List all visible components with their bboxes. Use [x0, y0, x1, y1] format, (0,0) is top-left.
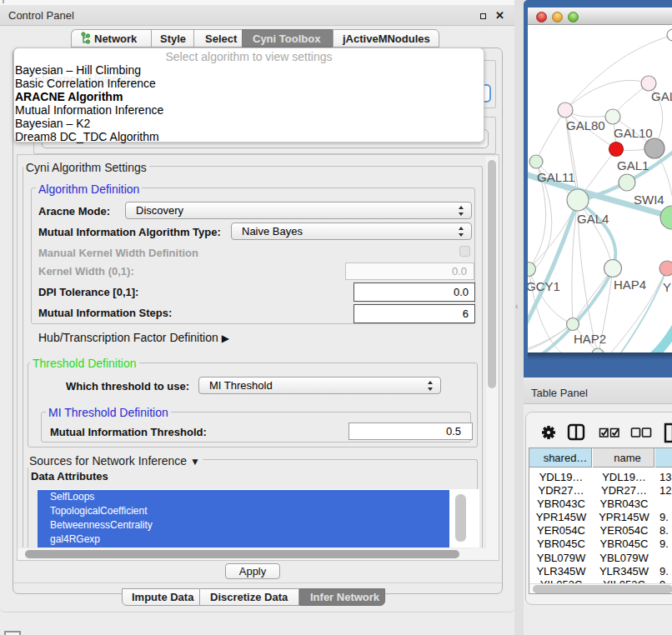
svg-text:GAL1: GAL1 [617, 158, 649, 172]
svg-text:GAL: GAL [651, 89, 672, 103]
svg-text:GCY1: GCY1 [528, 279, 560, 293]
svg-text:SWI4: SWI4 [634, 192, 664, 207]
svg-text:Y: Y [663, 280, 671, 294]
svg-text:GAL4: GAL4 [577, 212, 609, 226]
svg-text:HAP4: HAP4 [614, 278, 646, 292]
svg-text:HAP2: HAP2 [574, 332, 606, 346]
svg-text:GAL11: GAL11 [537, 170, 575, 184]
svg-text:GAL80: GAL80 [566, 118, 605, 132]
svg-text:GAL10: GAL10 [614, 126, 653, 140]
